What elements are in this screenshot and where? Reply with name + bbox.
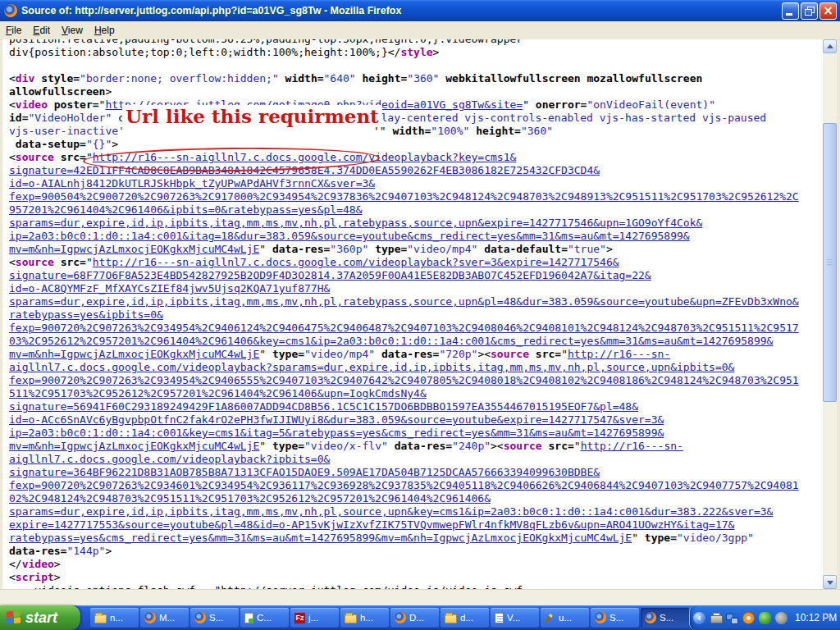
chevron-icon[interactable] (693, 612, 705, 624)
source-link[interactable]: sparams=dur,expire,id,ip,ipbits,itag,mm,… (9, 217, 702, 229)
source-link[interactable]: mv=m&nh=IgpwcjAzLmxocjEOKgkxMjcuMC4wLjE (9, 440, 259, 452)
source-link[interactable]: http://r16---sn-aigllnl7.c.docs.google.c… (93, 151, 517, 163)
source-link[interactable]: http://r16---sn- (581, 440, 683, 452)
source-text: data-default= (484, 243, 568, 255)
source-link[interactable]: http://r16---sn-aigllnl7.c.docs.google.c… (93, 256, 619, 268)
source-link[interactable]: ratebypass=yes&cms_redirect=yes&mm=31&ms… (9, 532, 632, 544)
source-link[interactable]: id=o-ACc6SnAVc6yBgvpbpOtfnC2fak4rO2ePH3f… (9, 413, 664, 426)
red-annotation: Url like this requirment (122, 105, 382, 127)
source-link[interactable]: aigllnl7.c.docs.google.com/videoplayback… (9, 361, 734, 373)
taskbar-button-label: S... (209, 613, 223, 623)
scrollbar-thumb[interactable] (823, 123, 837, 402)
restore-button[interactable] (801, 2, 818, 20)
source-text: "640" (324, 72, 356, 84)
source-link[interactable]: 957201%2C961404%2C961406&ipbits=0&rateby… (9, 203, 362, 216)
firefox-icon (144, 612, 156, 623)
source-link[interactable]: ip=2a03:b0c0:1:d0::1a4:c001&itag=18&dur=… (9, 230, 690, 242)
taskbar-button-7[interactable]: D... (390, 608, 439, 628)
source-text: < (9, 72, 16, 84)
source-line: ratebypass=yes&cms_redirect=yes&mm=31&ms… (9, 532, 823, 545)
source-link[interactable]: id=o-AC8QYMFzF_MfXAYCsZIEf84jwv5Ujsq2KQA… (9, 282, 330, 294)
source-link[interactable]: fexp=900720%2C907263%2C934954%2C9406555%… (9, 374, 799, 386)
source-text (375, 348, 381, 360)
source-link[interactable]: sparams=dur,expire,id,ip,ipbits,itag,mm,… (9, 505, 773, 518)
taskbar-button-4[interactable]: C... (240, 608, 289, 628)
source-text (469, 125, 476, 137)
source-text: > (54, 558, 61, 570)
taskbar-button-3[interactable]: S... (190, 608, 239, 628)
source-link[interactable]: fexp=900504%2C900720%2C907263%2C917000%2… (9, 190, 799, 203)
source-link[interactable]: ratebypass=yes&ipbits=0& (9, 308, 163, 321)
source-link[interactable]: 03%2C952612%2C957201%2C961404%2C961406&k… (9, 335, 773, 347)
vertical-scrollbar[interactable] (823, 39, 837, 589)
taskbar-button-label: n... (110, 613, 123, 623)
source-text: > (54, 571, 61, 583)
taskbar-button-8[interactable]: d... (441, 608, 489, 628)
source-text: data-res= (9, 545, 66, 557)
scroll-down-button[interactable] (823, 575, 837, 589)
source-text: "360" (407, 72, 439, 84)
source-link[interactable]: signature=42ED11FF4CAD8C8EAB9BAB348A1842… (9, 164, 600, 176)
source-line: ratebypass=yes&ipbits=0& (9, 308, 823, 322)
source-text: "video/mp4" (407, 243, 477, 255)
source-line: signature=56941F60C293189249429F1A86007A… (9, 400, 823, 413)
source-link[interactable]: http://r16---sn- (568, 348, 670, 360)
taskbar-button-9[interactable]: V... (491, 608, 539, 628)
source-line: fexp=900720%2C907263%2C934954%2C9406555%… (9, 374, 823, 387)
source-link[interactable]: fexp=900720%2C907263%2C934954%2C9406124%… (9, 322, 799, 334)
source-text (529, 348, 536, 360)
taskbar-button-10[interactable]: u... (541, 608, 589, 628)
source-link[interactable]: signature=68F77O6F8A523E4BD542827925B2OD… (9, 269, 651, 281)
printer-icon[interactable] (710, 612, 722, 624)
source-text: > (606, 243, 613, 255)
taskbar-button-12[interactable]: S... (641, 608, 689, 628)
source-line: aigllnl7.c.docs.google.com/videoplayback… (9, 361, 823, 374)
source-text: height= (476, 125, 521, 137)
menu-item-file[interactable]: File (0, 23, 27, 38)
source-link[interactable]: aigllnl7.c.docs.google.com/videoplayback… (9, 453, 330, 465)
network-icon[interactable] (726, 612, 738, 624)
source-text (368, 243, 375, 255)
source-text: div{position:absolute;top:0;left:0;width… (9, 46, 388, 58)
taskbar-button-2[interactable]: M... (140, 608, 189, 628)
source-link[interactable]: mv=m&nh=IgpwcjAzLmxocjEOKgkxMjcuMC4wLjE (9, 348, 259, 360)
source-link[interactable]: expire=1427717553&source=youtube&pl=48&i… (9, 518, 734, 531)
start-label: start (25, 609, 57, 627)
source-link[interactable]: 511%2C951703%2C952612%2C957201%2C961404%… (9, 387, 427, 399)
source-link[interactable]: sparams=dur,expire,id,ip,ipbits,itag,mm,… (9, 295, 799, 308)
menu-item-edit[interactable]: Edit (27, 23, 56, 38)
source-link[interactable]: ip=2a03:b0c0:1:d0::1a4:c001&key=cms1&ita… (9, 427, 664, 439)
source-text: " (259, 348, 272, 360)
close-button[interactable]: × (819, 2, 837, 20)
pen-icon (545, 613, 555, 623)
source-link[interactable]: mv=m&nh=IgpwcjAzLmxocjEOKgkxMjcuMC4wLjE (9, 243, 259, 255)
taskbar: start n...M...S...C...j...h...D...d...V.… (0, 605, 840, 630)
source-text: video (22, 558, 54, 570)
source-line: sparams=dur,expire,id,ip,ipbits,itag,mm,… (9, 217, 823, 230)
source-text: script (16, 571, 54, 583)
menu-item-view[interactable]: View (56, 23, 89, 38)
taskbar-button-11[interactable]: S... (591, 608, 639, 628)
scroll-up-button[interactable] (823, 39, 837, 53)
taskbar-button-6[interactable]: h... (340, 608, 389, 628)
source-line: signature=68F77O6F8A523E4BD542827925B2OD… (9, 269, 823, 282)
source-link[interactable]: signature=364BF96221D8B31AOB785B8A71313C… (9, 466, 600, 478)
orange-icon[interactable] (742, 612, 755, 624)
source-link[interactable]: fexp=900720%2C907263%2C934601%2C934954%2… (9, 479, 799, 491)
source-link[interactable]: signature=56941F60C293189249429F1A86007A… (9, 400, 638, 413)
minimize-button[interactable] (782, 2, 799, 20)
source-line: 511%2C951703%2C952612%2C957201%2C961404%… (9, 387, 823, 400)
taskbar-button-5[interactable]: j... (290, 608, 339, 628)
filezilla-icon (294, 613, 305, 623)
menu-item-help[interactable]: Help (89, 23, 121, 38)
taskbar-button-1[interactable]: n... (90, 608, 139, 628)
source-link[interactable]: 02%2C948124%2C948703%2C951511%2C951703%2… (9, 492, 491, 504)
source-text: src= (549, 440, 574, 452)
speaker-icon[interactable] (775, 612, 788, 624)
start-button[interactable]: start (0, 605, 80, 630)
green-icon[interactable] (759, 612, 771, 624)
title-bar: Source of: http://server.juttlog.com/api… (0, 0, 840, 21)
source-line: signature=42ED11FF4CAD8C8EAB9BAB348A1842… (9, 164, 823, 177)
source-link[interactable]: id=o-AIALnhj8412DkUTLRJSkHbpk_tZyUPwAPdA… (9, 177, 375, 189)
source-line: sparams=dur,expire,id,ip,ipbits,itag,mm,… (9, 295, 823, 308)
